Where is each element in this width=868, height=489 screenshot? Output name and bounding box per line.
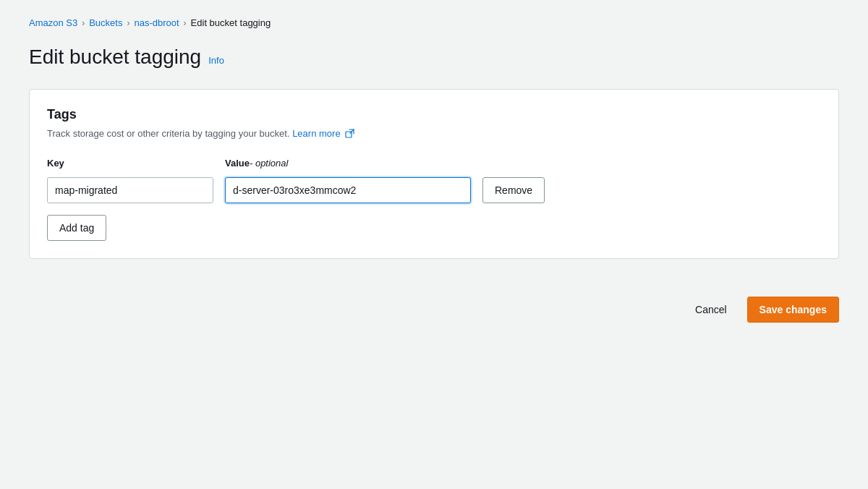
learn-more-link[interactable]: Learn more (292, 128, 340, 139)
breadcrumb-current-page: Edit bucket tagging (191, 17, 271, 28)
card-description: Track storage cost or other criteria by … (47, 128, 821, 140)
tag-key-column (47, 177, 213, 203)
cancel-button[interactable]: Cancel (686, 298, 736, 321)
save-changes-button[interactable]: Save changes (747, 297, 839, 323)
tags-card: Tags Track storage cost or other criteri… (29, 89, 839, 259)
page-title: Edit bucket tagging (29, 46, 201, 69)
add-tag-row: Add tag (47, 215, 821, 241)
value-column-label: Value- optional (225, 158, 471, 169)
breadcrumb-separator-2: › (127, 18, 129, 28)
breadcrumb-amazon-s3[interactable]: Amazon S3 (29, 17, 77, 28)
info-link[interactable]: Info (208, 55, 224, 66)
tag-value-input[interactable] (225, 177, 471, 203)
breadcrumb-nas-dbroot[interactable]: nas-dbroot (134, 17, 179, 28)
breadcrumb-buckets[interactable]: Buckets (89, 17, 122, 28)
tag-row: Remove (47, 177, 821, 203)
breadcrumb: Amazon S3 › Buckets › nas-dbroot › Edit … (29, 17, 839, 28)
page-title-row: Edit bucket tagging Info (29, 46, 839, 69)
breadcrumb-separator-1: › (82, 18, 85, 28)
tag-column-headers: Key Value- optional (47, 158, 821, 173)
add-tag-button[interactable]: Add tag (47, 215, 106, 241)
external-link-icon (345, 129, 354, 140)
footer-actions: Cancel Save changes (0, 297, 868, 323)
breadcrumb-separator-3: › (184, 18, 187, 28)
remove-tag-button[interactable]: Remove (482, 177, 545, 203)
value-optional-label: - optional (250, 158, 288, 169)
tag-action-column: Remove (482, 177, 545, 203)
tag-value-column (225, 177, 471, 203)
card-title: Tags (47, 107, 821, 122)
tag-key-input[interactable] (47, 177, 213, 203)
card-description-text: Track storage cost or other criteria by … (47, 128, 290, 139)
key-column-label: Key (47, 158, 213, 169)
